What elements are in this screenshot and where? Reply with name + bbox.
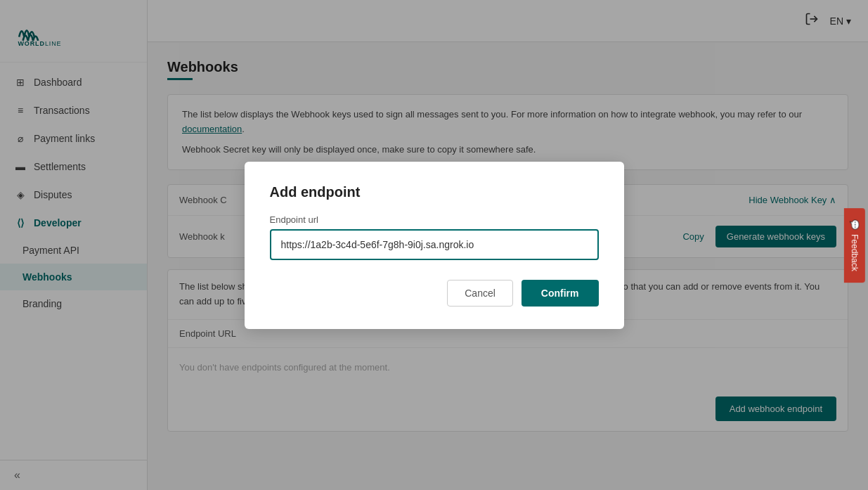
modal-actions: Cancel Confirm [270,280,599,307]
feedback-icon: 💬 [850,219,860,230]
modal-overlay[interactable]: Add endpoint Endpoint url Cancel Confirm [0,0,868,490]
feedback-tab[interactable]: 💬 Feedback [844,208,865,283]
confirm-button[interactable]: Confirm [522,280,599,307]
add-endpoint-modal: Add endpoint Endpoint url Cancel Confirm [245,162,624,329]
cancel-button[interactable]: Cancel [447,280,513,307]
endpoint-url-label: Endpoint url [270,214,599,225]
endpoint-url-input[interactable] [270,229,599,260]
modal-title: Add endpoint [270,184,599,200]
